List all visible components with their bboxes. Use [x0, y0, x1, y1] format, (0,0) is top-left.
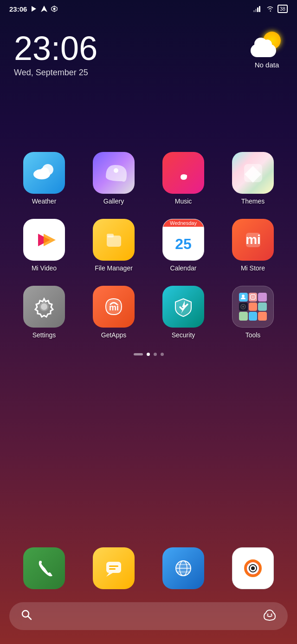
mi-assistant-icon[interactable]: [263, 608, 276, 624]
app-getapps[interactable]: mi GetApps: [86, 286, 142, 339]
clock-section: 23:06 Wed, September 25 No data: [0, 18, 297, 87]
themes-app-icon: [232, 152, 274, 194]
page-dot-3[interactable]: [161, 353, 164, 356]
svg-rect-19: [107, 236, 121, 247]
page-dot-1[interactable]: [147, 353, 150, 356]
cloud-icon: [251, 44, 276, 57]
calendar-app-icon: Wednesday 25: [162, 219, 204, 261]
calendar-header: Wednesday: [163, 219, 204, 227]
svg-marker-0: [32, 6, 36, 12]
getapps-icon-svg: mi: [101, 294, 127, 320]
tools-grid-app7: [239, 312, 248, 321]
tools-grid-app6: [258, 302, 267, 311]
battery-indicator: 38: [278, 5, 288, 13]
getapps-app-icon: mi: [93, 286, 135, 328]
filemanager-icon-svg: [101, 227, 127, 253]
mistore-icon-svg: mi: [240, 227, 266, 253]
weather-app-icon: [23, 152, 65, 194]
app-themes[interactable]: Themes: [225, 152, 281, 205]
weather-status: No data: [255, 61, 279, 69]
svg-point-25: [242, 295, 245, 297]
phone-app-icon: [23, 547, 65, 589]
page-indicators: [0, 353, 297, 356]
settings-app-label: Settings: [32, 331, 56, 339]
gallery-app-label: Gallery: [103, 197, 124, 205]
svg-marker-31: [106, 573, 113, 577]
tools-app-icon: ≡: [232, 286, 274, 328]
tools-grid-app5: [249, 302, 258, 311]
clock-date: Wed, September 25: [14, 68, 97, 78]
calendar-day: 25: [175, 236, 192, 253]
app-gallery[interactable]: Gallery: [86, 152, 142, 205]
search-bar[interactable]: [9, 602, 288, 630]
svg-point-10: [40, 167, 49, 177]
security-app-icon: [162, 286, 204, 328]
svg-rect-33: [109, 568, 116, 570]
app-mivideo[interactable]: Mi Video: [16, 219, 72, 272]
search-icon: [21, 609, 32, 623]
svg-text:mi: mi: [109, 303, 118, 312]
dock-feedback[interactable]: [86, 547, 142, 593]
svg-marker-1: [41, 6, 47, 12]
svg-rect-32: [109, 565, 118, 567]
svg-text:mi: mi: [245, 232, 261, 247]
mistore-app-label: Mi Store: [241, 264, 265, 272]
app-security[interactable]: Security: [155, 286, 211, 339]
app-weather[interactable]: Weather: [16, 152, 72, 205]
status-time: 23:06: [9, 5, 27, 13]
feedback-icon-svg: [102, 556, 126, 580]
calendar-app-label: Calendar: [170, 264, 197, 272]
clock-left: 23:06 Wed, September 25: [14, 32, 97, 78]
gallery-icon-svg: [101, 160, 127, 186]
status-right: 38: [253, 5, 288, 13]
browser-app-icon: [162, 547, 204, 589]
svg-point-11: [114, 168, 118, 173]
bottom-dock: [9, 547, 288, 630]
status-left: 23:06: [9, 5, 58, 13]
svg-rect-6: [259, 6, 260, 12]
tools-grid-app9: [258, 312, 267, 321]
navigation-icon: [41, 6, 47, 12]
dock-phone[interactable]: [16, 547, 72, 593]
dock-camera[interactable]: [225, 547, 281, 593]
svg-point-45: [271, 614, 272, 615]
browser-icon-svg: [171, 556, 195, 580]
page-dot-2[interactable]: [154, 353, 157, 356]
music-app-label: Music: [175, 197, 192, 205]
gallery-app-icon: [93, 152, 135, 194]
filemanager-app-icon: [93, 219, 135, 261]
svg-rect-30: [106, 562, 121, 573]
music-icon-svg: [171, 160, 196, 186]
svg-point-44: [267, 614, 269, 615]
app-settings[interactable]: Settings: [16, 286, 72, 339]
svg-point-41: [251, 566, 255, 570]
camera-icon-svg: [241, 556, 265, 580]
app-calendar[interactable]: Wednesday 25 Calendar: [155, 219, 211, 272]
app-music[interactable]: Music: [155, 152, 211, 205]
music-app-icon: [162, 152, 204, 194]
mivideo-app-icon: [23, 219, 65, 261]
wifi-icon: [265, 6, 275, 12]
svg-rect-5: [257, 7, 258, 12]
svg-rect-4: [255, 9, 257, 12]
svg-text:≡: ≡: [252, 295, 254, 299]
app-mistore[interactable]: mi Mi Store: [225, 219, 281, 272]
app-row-1: Weather Gallery Music: [9, 152, 288, 205]
app-row-2: Mi Video File Manager Wednesday 25 Calen…: [9, 219, 288, 272]
svg-marker-16: [44, 234, 56, 246]
app-row-3: Settings mi GetApps: [9, 286, 288, 339]
tools-mini-grid: ≡: [239, 293, 267, 321]
app-filemanager[interactable]: File Manager: [86, 219, 142, 272]
camera-app-icon: [232, 547, 274, 589]
svg-line-43: [28, 616, 31, 619]
svg-point-23: [41, 303, 47, 310]
dock-browser[interactable]: [155, 547, 211, 593]
feedback-app-icon: [93, 547, 135, 589]
page-dot-lines[interactable]: [134, 353, 143, 355]
svg-point-29: [242, 306, 244, 308]
status-bar: 23:06 38: [0, 0, 297, 18]
getapps-app-label: GetApps: [101, 331, 126, 339]
weather-widget[interactable]: No data: [251, 32, 283, 69]
weather-app-label: Weather: [32, 197, 57, 205]
app-tools[interactable]: ≡ Tools: [225, 286, 281, 339]
